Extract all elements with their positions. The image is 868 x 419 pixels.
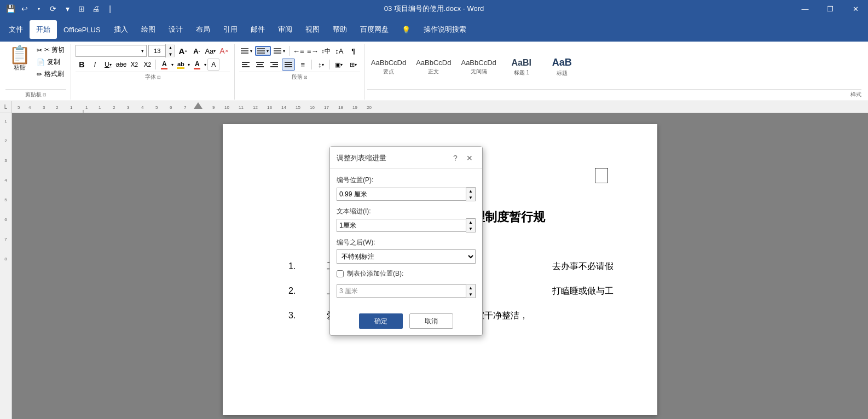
font-size-increase-btn[interactable]: ▲ [166, 44, 175, 51]
numbering-position-input[interactable] [337, 188, 466, 201]
style-item-yaodian[interactable]: AaBbCcDd 要点 [367, 57, 410, 77]
align-center-button[interactable] [253, 59, 267, 71]
cut-button[interactable]: ✂ ✂ 剪切 [35, 45, 66, 55]
font-size-decrease-btn[interactable]: ▼ [166, 51, 175, 57]
show-marks-button[interactable]: ¶ [347, 45, 360, 57]
paragraph-expand-icon[interactable]: ⊡ [304, 75, 308, 80]
distributed-button[interactable]: ≡ [296, 59, 309, 71]
touch-mode-button[interactable]: ⊞ [76, 3, 88, 15]
numbering-position-down[interactable]: ▼ [466, 194, 475, 201]
align-right-button[interactable] [268, 59, 281, 71]
font-size-control[interactable]: ▲ ▼ [148, 45, 175, 57]
multilevel-button[interactable]: ▾ [272, 46, 287, 55]
shading-dropdown-icon[interactable]: ▾ [340, 62, 343, 67]
undo-button[interactable]: ↩ [19, 3, 31, 15]
text-indent-up[interactable]: ▲ [466, 219, 475, 225]
ruler-tab-selector[interactable]: L [0, 101, 12, 113]
font-name-selector[interactable]: ▾ [76, 45, 147, 57]
sort-button[interactable]: ↕A [333, 45, 346, 57]
align-left-button[interactable] [239, 59, 252, 71]
add-tab-up[interactable]: ▲ [466, 284, 475, 291]
follow-number-select[interactable]: 不特别标注 制表符 空格 [337, 249, 476, 264]
document-area[interactable]: 第一章 理制度暂行规 ↵ 1. 工作时间内可以 … 去办事不必请假 [12, 113, 868, 419]
highlight-dropdown[interactable]: ▾ [188, 62, 190, 67]
decrease-indent-button[interactable]: ←≡ [292, 45, 305, 57]
superscript-button[interactable]: X2 [141, 59, 153, 71]
shading-button[interactable]: ▣ ▾ [332, 59, 345, 71]
italic-button[interactable]: I [89, 59, 101, 71]
minimize-button[interactable]: — [792, 0, 818, 18]
customize-qa-button[interactable]: ▾ [61, 3, 73, 15]
menu-officeplus[interactable]: OfficePLUS [57, 21, 107, 38]
change-case-button[interactable]: Aa▾ [204, 45, 216, 57]
cancel-button[interactable]: 取消 [409, 313, 453, 329]
menu-home[interactable]: 开始 [30, 20, 57, 39]
add-tab-input[interactable] [337, 284, 466, 298]
strikethrough-button[interactable]: abc [115, 59, 127, 71]
paste-button[interactable]: 📋 粘贴 [5, 45, 34, 88]
style-item-biaoti1[interactable]: AaBI 标题 1 [502, 56, 541, 78]
format-painter-button[interactable]: ✏ 格式刷 [35, 69, 66, 79]
align-justify-button[interactable] [282, 59, 295, 71]
font-expand-icon[interactable]: ⊡ [157, 75, 161, 80]
font-color-2-button[interactable]: A [191, 59, 203, 71]
font-color-2-dropdown[interactable]: ▾ [204, 62, 206, 67]
increase-indent-button[interactable]: ≡→ [306, 45, 319, 57]
adjust-indent-dialog[interactable]: 调整列表缩进量 ? ✕ 编号位置(P): ▲ ▼ [329, 146, 483, 336]
text-cursor-box [595, 168, 608, 183]
dialog-close-button[interactable]: ✕ [464, 152, 476, 164]
numbering-button[interactable]: ▾ [255, 46, 271, 56]
chinese-indent-button[interactable]: ↕中 [320, 46, 332, 56]
menu-layout[interactable]: 布局 [189, 20, 217, 39]
copy-button[interactable]: 📄 复制 [35, 57, 66, 67]
menu-baidupan[interactable]: 百度网盘 [354, 20, 395, 39]
style-item-zhengwen[interactable]: AaBbCcDd 正文 [412, 57, 455, 77]
dialog-help-button[interactable]: ? [449, 152, 461, 164]
add-tab-checkbox[interactable] [337, 270, 344, 277]
style-item-wujiange[interactable]: AaBbCcDd 无间隔 [457, 57, 500, 77]
line-spacing-button[interactable]: ↕▾ [314, 59, 327, 71]
underline-button[interactable]: U▾ [102, 59, 114, 71]
numbering-position-up[interactable]: ▲ [466, 188, 475, 194]
shrink-font-button[interactable]: A- [190, 45, 202, 57]
multilevel-dropdown-icon[interactable]: ▾ [283, 49, 285, 54]
subscript-button[interactable]: X2 [128, 59, 140, 71]
menu-references[interactable]: 引用 [217, 20, 244, 39]
svg-text:20: 20 [367, 105, 372, 110]
menu-mailings[interactable]: 邮件 [244, 20, 271, 39]
font-color-dropdown[interactable]: ▾ [171, 62, 173, 67]
text-effect-button[interactable]: A [207, 59, 219, 71]
add-tab-down[interactable]: ▼ [466, 291, 475, 298]
bullets-button[interactable]: ▾ [239, 46, 254, 55]
font-size-input[interactable] [149, 48, 165, 54]
text-indent-input[interactable] [337, 219, 466, 232]
menu-view[interactable]: 视图 [299, 20, 326, 39]
menu-search[interactable]: 操作说明搜索 [417, 20, 473, 39]
menu-file[interactable]: 文件 [2, 20, 30, 39]
borders-button[interactable]: ⊞ ▾ [346, 59, 360, 71]
numbering-dropdown-icon[interactable]: ▾ [267, 49, 269, 54]
menu-draw[interactable]: 绘图 [135, 20, 162, 39]
menu-review[interactable]: 审阅 [271, 20, 299, 39]
font-color-button[interactable]: A [158, 59, 170, 71]
menu-lightbulb[interactable]: 💡 [395, 21, 417, 38]
save-button[interactable]: 💾 [4, 3, 16, 15]
style-item-biaoti[interactable]: AaB 标题 [543, 55, 581, 79]
restore-button[interactable]: ❐ [818, 0, 843, 18]
bullets-dropdown-icon[interactable]: ▾ [250, 49, 252, 54]
menu-insert[interactable]: 插入 [107, 20, 135, 39]
bold-button[interactable]: B [76, 59, 88, 71]
grow-font-button[interactable]: A+ [177, 45, 189, 57]
redo-button[interactable]: ⟳ [47, 3, 59, 15]
text-indent-down[interactable]: ▼ [466, 225, 475, 232]
highlight-button[interactable]: ab [175, 59, 187, 71]
menu-help[interactable]: 帮助 [326, 20, 354, 39]
clipboard-expand-icon[interactable]: ⊡ [43, 92, 47, 97]
clear-format-button[interactable]: A✕ [218, 45, 230, 57]
ok-button[interactable]: 确定 [359, 313, 403, 329]
undo-dropdown[interactable]: ▾ [33, 3, 45, 15]
menu-design[interactable]: 设计 [162, 20, 189, 39]
borders-dropdown-icon[interactable]: ▾ [355, 62, 357, 67]
print-preview-button[interactable]: 🖨 [90, 3, 102, 15]
close-button[interactable]: ✕ [843, 0, 868, 18]
